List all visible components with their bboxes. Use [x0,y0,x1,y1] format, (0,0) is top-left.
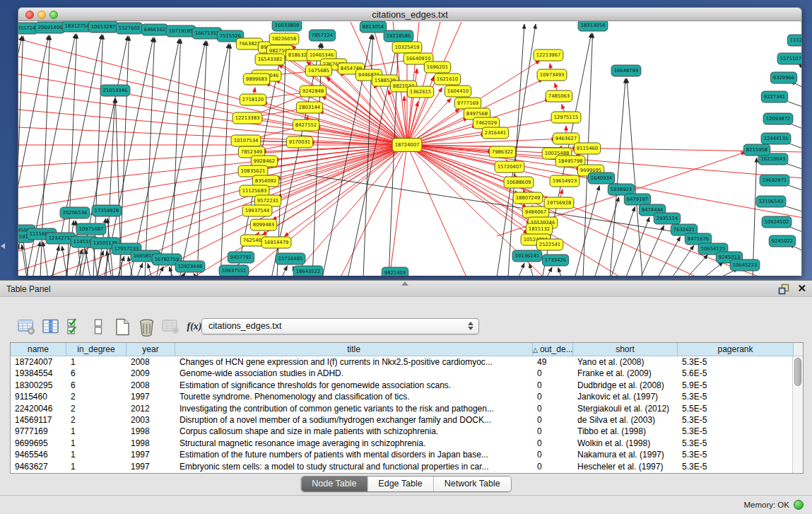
graph-node[interactable]: 9821403 [382,267,408,276]
cell-name[interactable]: 9115460 [11,391,66,402]
column-header-pagerank[interactable]: pagerank [678,343,794,356]
cell-name[interactable]: 9777169 [11,426,66,437]
cell-out_degree[interactable]: 0 [533,449,573,460]
graph-node[interactable]: 7485063 [546,90,572,102]
graph-node[interactable]: 10688609 [504,177,534,188]
graph-node[interactable]: 16033809 [272,21,302,31]
graph-node[interactable]: 10924502 [762,216,792,228]
graph-node[interactable]: 15751074 [777,53,802,64]
graph-node[interactable]: 18226058 [269,33,299,45]
graph-node[interactable]: 18312754 [62,21,92,32]
network-table-select[interactable]: citations_edges.txt [201,318,479,334]
graph-node[interactable]: 10973493 [537,69,567,81]
cell-short[interactable]: Franke et al. (2009) [573,368,678,379]
cell-pagerank[interactable]: 5.9E-5 [678,380,794,391]
float-window-icon[interactable] [778,284,789,295]
cell-short[interactable]: Stergiakouli et al. (2012) [573,403,678,414]
tab-edge-table[interactable]: Edge Table [367,477,433,491]
graph-node[interactable]: 12923448 [175,261,205,272]
column-header-title[interactable]: title [175,343,533,356]
cell-title[interactable]: Investigating the contribution of common… [175,403,533,414]
cell-short[interactable]: Yano et al. (2008) [573,356,678,368]
new-column-button[interactable] [110,316,134,337]
graph-node[interactable]: 8215958 [743,144,770,156]
graph-node[interactable]: 18724007 [392,139,422,152]
cell-title[interactable]: Embryonic stem cells: a model to study s… [175,461,533,472]
cell-title[interactable]: Genome-wide association studies in ADHD. [175,368,533,379]
cell-out_degree[interactable]: 0 [533,368,573,379]
graph-node[interactable]: 12213383 [233,112,262,124]
cell-title[interactable]: Structural magnetic resonance image aver… [175,438,533,449]
cell-year[interactable]: 2008 [126,380,175,391]
cell-in_degree[interactable]: 1 [66,461,126,472]
cell-pagerank[interactable]: 5.3E-5 [678,414,794,426]
graph-node[interactable]: 9329966 [770,72,796,83]
graph-node[interactable]: 10653287 [88,21,118,33]
cell-pagerank[interactable]: 5.3E-5 [678,461,794,472]
graph-node[interactable]: 19218586 [384,30,413,42]
table-row[interactable]: 977716911998Corpus callosum shape and si… [11,426,803,437]
table-row[interactable]: 1938455462009Genome-wide association stu… [11,368,803,379]
graph-node[interactable]: 2316441 [482,127,508,139]
graph-node[interactable]: 9227341 [761,91,787,103]
cell-year[interactable]: 1998 [126,438,175,449]
table-row[interactable]: 1456911722003Disruption of a novel membe… [11,414,803,426]
cell-out_degree[interactable]: 0 [533,461,573,472]
cell-title[interactable]: Estimation of the future numbers of pati… [175,449,533,460]
graph-node[interactable]: 9463627 [553,133,579,144]
cell-pagerank[interactable]: 5.5E-5 [678,403,794,414]
graph-node[interactable]: 9777169 [454,98,481,109]
cell-title[interactable]: Corpus callosum shape and size in male p… [175,426,533,437]
graph-node[interactable]: 10325419 [392,42,422,53]
table-row[interactable]: 911546021997Tourette syndrome. Phenomeno… [11,391,803,402]
cell-pagerank[interactable]: 5.6E-5 [678,368,794,379]
graph-node[interactable]: 1527602 [116,23,142,34]
graph-node[interactable]: 2522541 [536,239,563,250]
cell-year[interactable]: 1997 [126,391,175,402]
graph-node[interactable]: 17359928 [92,205,122,216]
graph-node[interactable]: 1696201 [424,62,450,73]
graph-node[interactable]: 15716485 [276,253,305,264]
graph-node[interactable]: 19136141 [512,250,542,262]
graph-node[interactable]: 1362615 [407,86,433,98]
network-window-titlebar[interactable]: citations_edges.txt [18,7,802,21]
graph-node[interactable]: 1112543 [787,35,802,46]
cell-name[interactable]: 22420046 [11,403,66,414]
cell-in_degree[interactable]: 1 [66,449,126,460]
cell-year[interactable]: 2009 [126,368,175,379]
cell-name[interactable]: 9463627 [11,461,66,472]
graph-node[interactable]: 1640934 [588,173,614,184]
cell-year[interactable]: 1997 [126,461,175,472]
graph-node[interactable]: 18313054 [578,21,608,31]
cell-out_degree[interactable]: 0 [533,391,573,402]
graph-node[interactable]: 19937544 [242,205,272,216]
graph-node[interactable]: 16543382 [255,54,285,65]
graph-node[interactable]: 1675685 [305,65,331,76]
close-panel-icon[interactable]: ✕ [797,282,806,295]
cell-in_degree[interactable]: 6 [66,380,126,391]
graph-node[interactable]: 9457791 [228,252,254,263]
cell-in_degree[interactable]: 1 [66,426,126,437]
graph-node[interactable]: 18807249 [513,192,543,204]
graph-node[interactable]: 19654923 [550,175,579,187]
cell-name[interactable]: 9465546 [11,449,66,460]
cell-short[interactable]: Nakamura et al. (1997) [573,449,678,460]
cell-in_degree[interactable]: 1 [66,356,126,368]
graph-node[interactable]: 7986322 [489,146,515,158]
cell-in_degree[interactable]: 6 [66,368,126,379]
column-header-year[interactable]: year [126,343,175,356]
cell-name[interactable]: 14569117 [11,414,66,426]
graph-node[interactable]: 1621610 [434,74,460,85]
graph-node[interactable]: 9484067 [522,206,548,218]
table-row[interactable]: 1872400712008Changes of HCN gene express… [11,356,803,368]
table-scrollbar-thumb[interactable] [794,358,801,386]
graph-node[interactable]: 16648784 [611,65,641,76]
graph-node[interactable]: 9242848 [300,86,326,97]
cell-out_degree[interactable]: 49 [533,356,573,368]
cell-pagerank[interactable]: 5.3E-5 [678,438,794,449]
graph-node[interactable]: 15720407 [495,161,524,173]
table-row[interactable]: 969969511998Structural magnetic resonanc… [11,438,803,449]
cell-year[interactable]: 1997 [126,449,175,460]
cell-short[interactable]: Jankovic et al. (1997) [573,391,678,402]
column-header-in_degree[interactable]: in_degree [66,343,126,356]
